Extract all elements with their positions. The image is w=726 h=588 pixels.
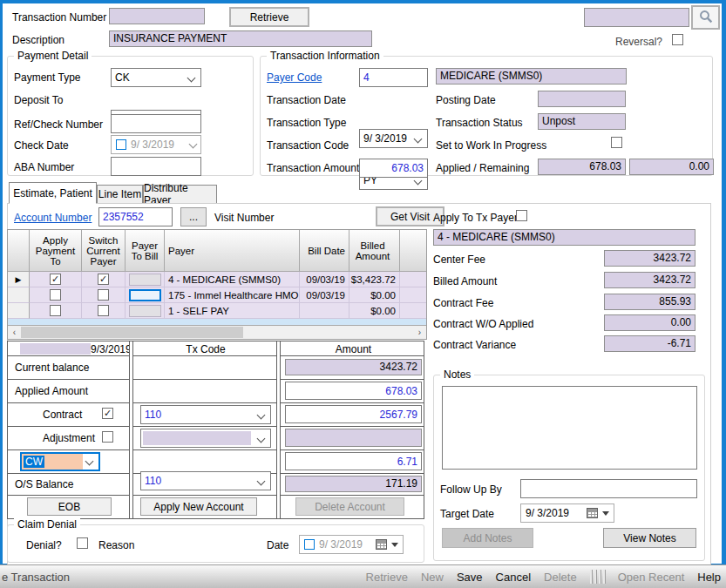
switch-checkbox[interactable] <box>98 305 109 316</box>
scroll-right-icon[interactable]: › <box>413 326 426 339</box>
payer-cell[interactable]: 1 - SELF PAY <box>165 303 300 319</box>
writeoff-amount-input[interactable]: 6.71 <box>285 452 422 470</box>
payer-to-bill-cell[interactable] <box>126 303 165 319</box>
contract-code-select[interactable]: 110 <box>140 405 271 424</box>
payer-to-bill-cell[interactable] <box>126 272 165 287</box>
switch-checkbox[interactable] <box>98 274 109 285</box>
denial-checkbox[interactable] <box>77 537 88 549</box>
adjustment-checkbox[interactable] <box>102 431 113 443</box>
payer-table-header: Apply Payment To Switch Current Payer Pa… <box>8 230 426 272</box>
apply-checkbox[interactable] <box>50 274 61 285</box>
view-notes-button[interactable]: View Notes <box>603 528 696 548</box>
target-date-picker[interactable]: 9/ 3/2019 <box>520 504 614 523</box>
payer-name-field: MEDICARE (SMMS0) <box>436 68 627 84</box>
payer-to-bill-box-focused[interactable] <box>129 289 161 301</box>
statusbar-save-button[interactable]: Save <box>457 571 483 584</box>
apply-cell[interactable] <box>30 272 82 287</box>
retrieve-button[interactable]: Retrieve <box>229 7 309 27</box>
wip-checkbox[interactable] <box>611 137 622 148</box>
apply-checkbox[interactable] <box>50 289 61 301</box>
apply-checkbox[interactable] <box>50 305 61 316</box>
apply-cell[interactable] <box>30 287 82 303</box>
transaction-amount-input[interactable]: 678.03 <box>359 159 428 178</box>
statusbar-grip <box>590 570 605 584</box>
search-input[interactable] <box>584 8 689 27</box>
table-row[interactable]: 175 - Immel Healthcare HMO 09/03/19 $0.0… <box>8 287 426 303</box>
statusbar-retrieve-button[interactable]: Retrieve <box>366 571 408 584</box>
switch-cell[interactable] <box>82 272 126 287</box>
payer-to-bill-box[interactable] <box>129 305 161 317</box>
tab-distribute-payer[interactable]: Distribute Payer <box>143 185 217 204</box>
statusbar-cancel-button[interactable]: Cancel <box>496 571 531 584</box>
payer-to-bill-box[interactable] <box>129 274 161 286</box>
check-date-picker[interactable]: 9/ 3/2019 <box>111 135 201 154</box>
payment-type-select[interactable]: CK <box>111 68 201 87</box>
contract-fee-field: 855.93 <box>604 294 695 310</box>
payer-cell[interactable]: 4 - MEDICARE (SMMS0) <box>165 272 300 287</box>
statusbar-help-button[interactable]: Help <box>697 571 721 584</box>
tab-line-item[interactable]: Line Item <box>97 185 143 204</box>
eob-button[interactable]: EOB <box>27 497 112 516</box>
billed-amount-cell[interactable]: $3,423.72 <box>349 272 400 287</box>
check-date-checkbox[interactable] <box>116 139 126 150</box>
chevron-down-icon <box>414 177 423 186</box>
payment-detail-title: Payment Detail <box>14 50 92 62</box>
contract-checkbox[interactable] <box>102 408 113 419</box>
scrollbar-thumb[interactable] <box>21 327 243 338</box>
table-empty-strip <box>8 319 426 326</box>
payer-code-input[interactable]: 4 <box>359 68 428 87</box>
switch-cell[interactable] <box>82 303 126 319</box>
search-button[interactable] <box>691 5 720 30</box>
denial-date-picker[interactable]: 9/ 3/2019 <box>299 535 404 554</box>
payment-type-label: Payment Type <box>14 71 81 84</box>
applied-amount-input[interactable]: 678.03 <box>285 382 422 400</box>
payer-to-bill-header: Payer To Bill <box>126 230 165 272</box>
apply-cell[interactable] <box>30 303 82 319</box>
switch-cell[interactable] <box>82 287 126 303</box>
payer-cell[interactable]: 175 - Immel Healthcare HMO <box>165 287 300 303</box>
apply-tx-payer-checkbox[interactable] <box>516 210 527 221</box>
statusbar-open-recent-button[interactable]: Open Recent <box>618 571 685 584</box>
current-balance-label: Current balance <box>15 362 89 374</box>
add-notes-button[interactable]: Add Notes <box>442 528 533 548</box>
follow-up-by-input[interactable] <box>520 479 697 498</box>
tab-estimate-patient[interactable]: Estimate, Patient <box>9 182 97 204</box>
delete-account-button[interactable]: Delete Account <box>295 497 404 516</box>
table-row[interactable]: ▶ 4 - MEDICARE (SMMS0) 09/03/19 $3,423.7… <box>8 272 426 287</box>
bill-date-cell[interactable] <box>300 303 349 319</box>
table-horizontal-scrollbar[interactable]: ‹ › <box>8 326 426 339</box>
grid-divider <box>129 341 133 518</box>
account-number-input[interactable]: 2357552 <box>98 207 173 226</box>
writeoff-type-select[interactable]: CW <box>20 452 100 471</box>
dropdown-arrow-icon <box>391 543 398 547</box>
billed-amount-cell[interactable]: $0.00 <box>349 287 400 303</box>
payer-table: Apply Payment To Switch Current Payer Pa… <box>7 229 427 340</box>
bill-date-cell[interactable]: 09/03/19 <box>300 272 349 287</box>
account-number-link[interactable]: Account Number <box>14 212 92 224</box>
aba-number-input[interactable] <box>111 157 201 176</box>
switch-checkbox[interactable] <box>98 289 109 301</box>
statusbar-new-button[interactable]: New <box>421 571 444 584</box>
account-lookup-button[interactable]: ... <box>180 207 207 226</box>
denial-date-checkbox[interactable] <box>304 539 315 550</box>
transaction-number-input[interactable] <box>109 8 205 24</box>
bill-date-cell[interactable]: 09/03/19 <box>300 287 349 303</box>
header-date-swatch <box>20 343 91 355</box>
scroll-left-icon[interactable]: ‹ <box>8 326 21 339</box>
deposit-to-label: Deposit To <box>14 94 63 106</box>
statusbar-delete-button[interactable]: Delete <box>544 571 577 584</box>
apply-new-account-button[interactable]: Apply New Account <box>140 497 257 516</box>
reversal-checkbox[interactable] <box>672 34 683 45</box>
ref-check-number-input[interactable] <box>111 114 201 133</box>
billed-amount-cell[interactable]: $0.00 <box>349 303 400 319</box>
chevron-down-icon <box>85 456 94 465</box>
contract-amount-input[interactable]: 2567.79 <box>285 405 422 423</box>
notes-textarea[interactable] <box>442 386 697 470</box>
adjustment-label: Adjustment <box>43 432 95 444</box>
adjustment-code-select[interactable] <box>140 429 271 448</box>
grid-buttons-row: EOB Apply New Account Delete Account <box>8 496 424 518</box>
transaction-date-select[interactable]: 9/ 3/2019 <box>359 129 428 148</box>
payer-code-link[interactable]: Payer Code <box>267 71 322 84</box>
payer-to-bill-cell[interactable] <box>126 287 165 303</box>
table-row[interactable]: 1 - SELF PAY $0.00 <box>8 303 426 319</box>
